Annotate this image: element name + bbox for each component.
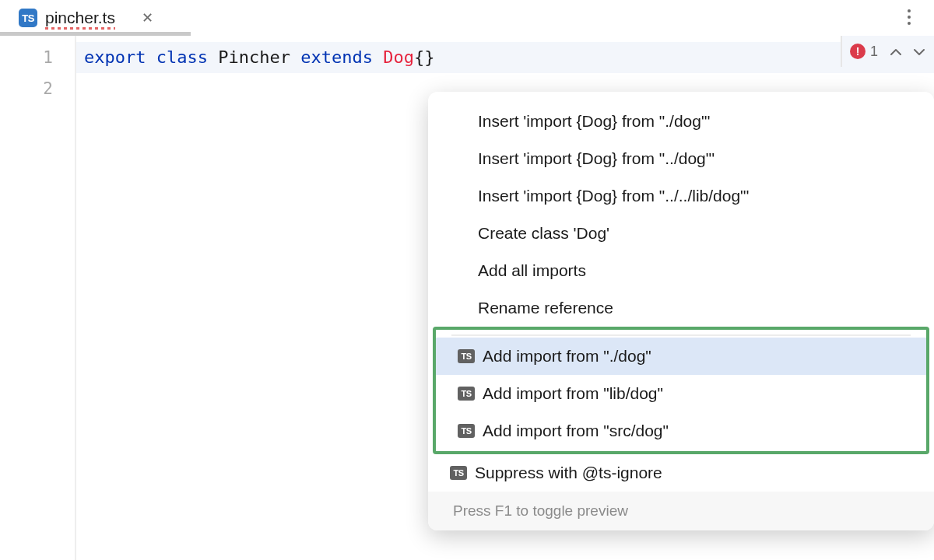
keyword-class: class	[156, 47, 208, 67]
file-tab[interactable]: TS pincher.ts ✕	[12, 5, 164, 30]
quickfix-item[interactable]: Rename reference	[428, 289, 934, 327]
typescript-icon: TS	[458, 424, 475, 438]
prev-error-icon[interactable]	[886, 44, 906, 59]
popup-footer-hint: Press F1 to toggle preview	[428, 492, 934, 530]
typescript-icon: TS	[458, 349, 475, 363]
code-line[interactable]: export class Pincher extends Dog{}	[76, 42, 934, 73]
typescript-icon: TS	[450, 466, 467, 480]
keyword-extends: extends	[300, 47, 373, 67]
error-count: 1	[870, 44, 878, 60]
quickfix-item-selected[interactable]: TS Add import from "./dog"	[436, 338, 926, 375]
keyword-export: export	[84, 47, 146, 67]
quickfix-label: Add import from "./dog"	[483, 347, 651, 366]
quickfix-item[interactable]: Insert 'import {Dog} from "./dog"'	[428, 103, 934, 140]
typescript-icon: TS	[19, 9, 37, 27]
kebab-menu-icon[interactable]	[900, 8, 918, 26]
quickfix-label: Add import from "src/dog"	[483, 422, 669, 440]
quickfix-label: Suppress with @ts-ignore	[475, 464, 662, 482]
separator	[451, 334, 911, 336]
tab-bar: TS pincher.ts ✕	[0, 0, 934, 36]
quickfix-item[interactable]: TS Add import from "lib/dog"	[436, 375, 926, 412]
quickfix-item[interactable]: Insert 'import {Dog} from "../../lib/dog…	[428, 177, 934, 215]
quickfix-item[interactable]: TS Suppress with @ts-ignore	[428, 454, 934, 492]
line-number: 1	[0, 42, 75, 73]
tab-filename: pincher.ts	[45, 9, 115, 27]
quickfix-item[interactable]: TS Add import from "src/dog"	[436, 412, 926, 450]
error-icon: !	[850, 44, 866, 59]
quickfix-item[interactable]: Add all imports	[428, 252, 934, 289]
close-tab-icon[interactable]: ✕	[137, 9, 158, 26]
next-error-icon[interactable]	[909, 44, 929, 59]
line-number: 2	[0, 73, 75, 104]
inspection-widget[interactable]: ! 1	[841, 36, 934, 67]
unresolved-reference[interactable]: Dog	[383, 47, 414, 67]
typescript-icon: TS	[458, 387, 475, 401]
braces: {}	[414, 47, 435, 67]
quickfix-label: Add import from "lib/dog"	[483, 384, 663, 403]
quickfix-item[interactable]: Create class 'Dog'	[428, 215, 934, 252]
line-number-gutter: 1 2	[0, 36, 76, 560]
quickfix-popup: Insert 'import {Dog} from "./dog"' Inser…	[428, 92, 934, 530]
highlighted-group: TS Add import from "./dog" TS Add import…	[433, 327, 929, 454]
class-name: Pincher	[218, 47, 290, 67]
quickfix-item[interactable]: Insert 'import {Dog} from "../dog"'	[428, 140, 934, 177]
